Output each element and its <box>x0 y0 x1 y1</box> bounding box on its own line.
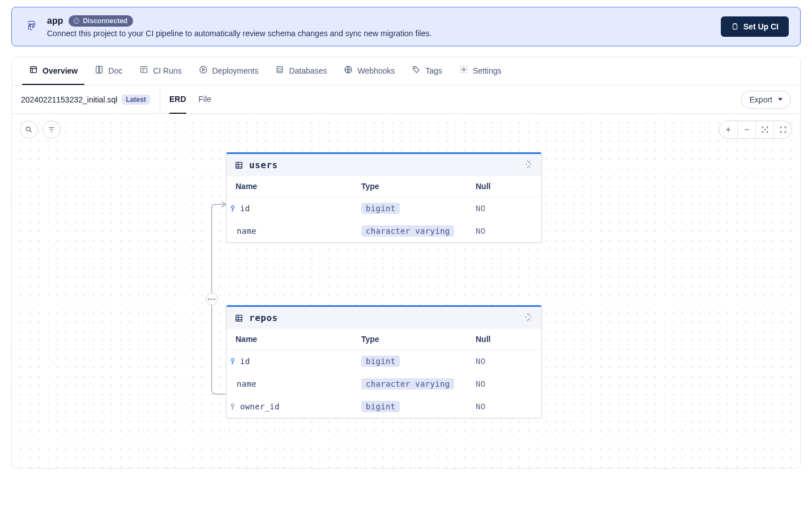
migration-file-item[interactable]: 20240221153232_initial.sql Latest <box>12 85 160 113</box>
banner-description: Connect this project to your CI pipeline… <box>47 29 713 38</box>
column-row: id bigint NO <box>226 350 541 373</box>
postgres-elephant-icon <box>23 19 39 35</box>
tab-settings[interactable]: Settings <box>452 57 508 85</box>
column-header-row: Name Type Null <box>226 329 541 350</box>
svg-point-1 <box>33 24 33 24</box>
gear-icon <box>459 65 468 76</box>
tab-webhooks[interactable]: Webhooks <box>337 57 401 85</box>
tab-tags[interactable]: Tags <box>405 57 449 85</box>
column-header-row: Name Type Null <box>226 176 541 197</box>
collapse-icon[interactable] <box>524 160 533 170</box>
tab-label: Doc <box>108 66 122 75</box>
badge-label: Disconnected <box>83 17 127 25</box>
migration-file-name: 20240221153232_initial.sql <box>21 95 117 104</box>
subheader: 20240221153232_initial.sql Latest ERD Fi… <box>12 85 800 114</box>
tab-databases[interactable]: Databases <box>268 57 334 85</box>
zoom-in-button[interactable] <box>719 121 737 138</box>
column-name: owner_id <box>240 402 280 411</box>
relationship-node[interactable]: ••• <box>206 293 218 305</box>
subtab-file[interactable]: File <box>199 85 212 114</box>
table-header: users <box>226 154 541 176</box>
table-name: users <box>249 160 278 170</box>
svg-rect-13 <box>236 162 242 168</box>
table-icon <box>234 314 243 323</box>
column-type: bigint <box>361 203 400 214</box>
tab-label: Webhooks <box>357 66 395 75</box>
column-type: character varying <box>361 225 454 237</box>
search-button[interactable] <box>20 121 38 139</box>
setup-ci-button[interactable]: Set Up CI <box>721 16 789 37</box>
clipboard-icon <box>731 23 739 31</box>
collapse-icon[interactable] <box>524 313 533 323</box>
filter-icon <box>48 126 55 134</box>
tab-deployments[interactable]: Deployments <box>192 57 266 85</box>
column-name: id <box>240 204 250 213</box>
crosshair-icon <box>761 126 769 134</box>
search-icon <box>25 126 33 134</box>
table-header: repos <box>226 307 541 329</box>
erd-canvas[interactable]: ••• users Name Type Null id bigint <box>12 114 800 468</box>
ci-banner: app Disconnected Connect this project to… <box>11 7 801 46</box>
alert-icon <box>73 18 80 24</box>
canvas-toolbar-left <box>20 121 61 139</box>
primary-key-icon <box>229 357 237 365</box>
tab-label: Databases <box>289 66 327 75</box>
column-null: NO <box>476 204 532 213</box>
column-row: name character varying NO <box>226 373 541 395</box>
plus-icon <box>724 126 732 134</box>
subtab-erd[interactable]: ERD <box>169 85 186 114</box>
tab-label: Deployments <box>212 66 259 75</box>
table-card-users[interactable]: users Name Type Null id bigint NO <box>226 152 542 243</box>
globe-icon <box>344 65 353 76</box>
svg-point-6 <box>200 66 207 73</box>
tabs-row: Overview Doc CI Runs Deployments Databas… <box>12 57 800 85</box>
tab-label: Settings <box>473 66 502 75</box>
center-view-button[interactable] <box>755 121 773 138</box>
play-circle-icon <box>199 65 208 76</box>
svg-point-12 <box>764 129 765 130</box>
svg-rect-7 <box>277 67 283 73</box>
svg-point-17 <box>232 404 234 407</box>
svg-rect-4 <box>31 67 37 73</box>
tab-ci-runs[interactable]: CI Runs <box>133 57 189 85</box>
svg-rect-3 <box>733 24 737 29</box>
filter-button[interactable] <box>42 121 61 139</box>
column-row: name character varying NO <box>226 220 541 242</box>
column-name: id <box>240 357 250 366</box>
table-card-repos[interactable]: repos Name Type Null id bigint NO <box>226 305 542 418</box>
column-null: NO <box>476 226 532 236</box>
col-header-type: Type <box>361 182 476 191</box>
tab-label: Tags <box>425 66 442 75</box>
export-label: Export <box>750 95 772 104</box>
database-icon <box>275 65 284 76</box>
svg-point-9 <box>414 68 415 69</box>
project-title: app <box>47 16 63 26</box>
column-row: owner_id bigint NO <box>226 395 541 418</box>
zoom-out-button[interactable] <box>737 121 755 138</box>
setup-ci-label: Set Up CI <box>743 22 779 31</box>
svg-point-11 <box>26 127 30 131</box>
svg-point-0 <box>29 24 29 24</box>
list-check-icon <box>139 65 148 76</box>
caret-down-icon <box>778 98 783 101</box>
expand-icon <box>779 126 787 134</box>
col-header-type: Type <box>361 335 476 344</box>
tab-doc[interactable]: Doc <box>88 57 129 85</box>
minus-icon <box>743 126 751 134</box>
tag-icon <box>412 65 421 76</box>
overview-icon <box>29 65 38 76</box>
primary-key-icon <box>229 204 237 212</box>
tab-overview[interactable]: Overview <box>22 57 84 85</box>
svg-point-10 <box>463 69 465 71</box>
column-null: NO <box>476 402 532 411</box>
export-button[interactable]: Export <box>741 91 791 109</box>
table-icon <box>234 161 243 170</box>
fit-view-button[interactable] <box>773 121 792 138</box>
svg-point-14 <box>232 206 234 208</box>
column-null: NO <box>476 379 532 388</box>
tab-label: Overview <box>42 66 78 75</box>
column-type: character varying <box>361 378 454 390</box>
col-header-name: Name <box>236 182 361 191</box>
svg-rect-15 <box>236 315 242 321</box>
col-header-null: Null <box>476 335 532 344</box>
